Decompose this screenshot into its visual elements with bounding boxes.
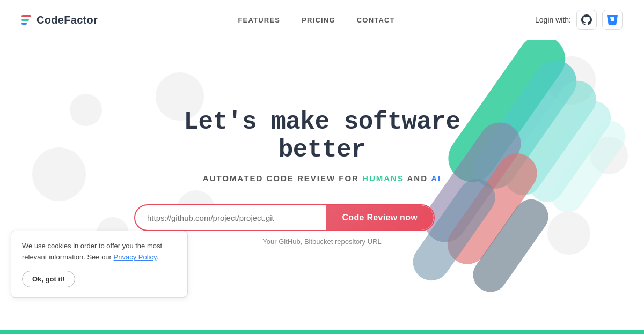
logo[interactable]: CodeFactor <box>21 14 98 26</box>
nav-item-pricing[interactable]: PRICING <box>302 15 335 25</box>
nav-link-contact[interactable]: CONTACT <box>357 16 395 24</box>
cookie-banner: We use cookies in order to offer you the… <box>11 231 188 298</box>
github-icon <box>581 14 592 25</box>
cookie-ok-button[interactable]: Ok, got it! <box>22 271 75 287</box>
navbar: CodeFactor FEATURES PRICING CONTACT Logi… <box>0 0 644 40</box>
nav-item-features[interactable]: FEATURES <box>238 15 280 25</box>
repo-url-input[interactable] <box>135 206 326 230</box>
code-review-button[interactable]: Code Review now <box>326 205 434 230</box>
hero-title: Let's make software better <box>134 108 510 164</box>
nav-links: FEATURES PRICING CONTACT <box>238 15 394 25</box>
login-label: Login with: <box>535 16 571 24</box>
logo-text: CodeFactor <box>36 14 98 26</box>
privacy-policy-link[interactable]: Privacy Policy <box>114 253 157 261</box>
subtitle-humans: HUMANS <box>362 174 404 183</box>
hero-subtitle: AUTOMATED CODE REVIEW FOR HUMANS AND AI <box>134 174 510 183</box>
deco-circle-2 <box>32 147 86 201</box>
deco-circle-1 <box>70 94 102 126</box>
deco-circle-7 <box>590 137 628 174</box>
cookie-suffix: . <box>157 253 159 261</box>
subtitle-prefix: AUTOMATED CODE REVIEW FOR <box>203 174 362 183</box>
subtitle-mid: AND <box>404 174 431 183</box>
input-hint: Your GitHub, Bitbucket repository URL <box>134 237 510 246</box>
logo-icon <box>21 15 31 25</box>
bitbucket-icon <box>607 14 618 25</box>
hero-content: Let's make software better AUTOMATED COD… <box>134 108 510 246</box>
nav-link-features[interactable]: FEATURES <box>238 16 280 24</box>
github-login-button[interactable] <box>576 10 597 30</box>
nav-item-contact[interactable]: CONTACT <box>357 15 395 25</box>
subtitle-ai: AI <box>431 174 441 183</box>
login-area: Login with: <box>535 10 623 30</box>
deco-circle-6 <box>547 56 596 105</box>
nav-link-pricing[interactable]: PRICING <box>302 16 335 24</box>
hero-section: Let's make software better AUTOMATED COD… <box>0 40 644 330</box>
cookie-text: We use cookies in order to offer you the… <box>22 241 177 263</box>
repo-input-row: Code Review now <box>134 204 435 231</box>
bottom-bar <box>0 330 644 334</box>
bitbucket-login-button[interactable] <box>602 10 623 30</box>
deco-circle-8 <box>547 212 590 255</box>
